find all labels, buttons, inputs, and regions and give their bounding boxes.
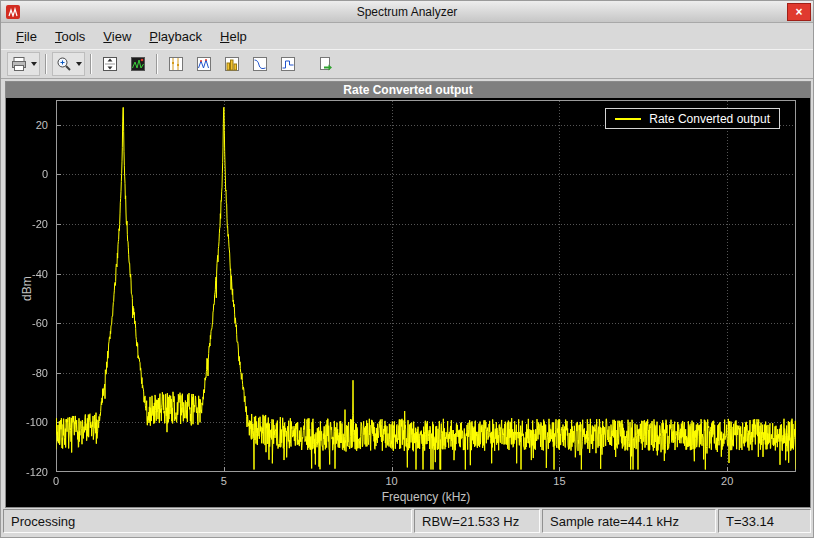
x-tick-label: 20: [707, 475, 747, 487]
window-title: Spectrum Analyzer: [357, 5, 458, 19]
close-button[interactable]: ×: [787, 3, 811, 21]
spectrum-plot-canvas[interactable]: [56, 100, 796, 472]
channel-measurements-icon: [223, 55, 241, 73]
toolbar-separator: [156, 54, 158, 74]
legend-entry-label: Rate Converted output: [649, 112, 770, 126]
dropdown-caret: [31, 62, 37, 66]
cursor-measurements-button[interactable]: [163, 52, 189, 76]
y-tick-label: -100: [12, 416, 48, 428]
spectrum-settings-button[interactable]: [125, 52, 151, 76]
x-tick-label: 15: [539, 475, 579, 487]
spectral-mask-icon: [279, 55, 297, 73]
spectrum-analyzer-window: Spectrum Analyzer × File Tools View Play…: [0, 0, 814, 538]
legend[interactable]: Rate Converted output: [605, 108, 780, 129]
spectrum-settings-icon: [129, 55, 147, 73]
y-tick-label: -20: [12, 218, 48, 230]
distortion-measurements-icon: [251, 55, 269, 73]
spectral-mask-button[interactable]: [275, 52, 301, 76]
print-button[interactable]: [7, 52, 40, 76]
y-tick-label: 0: [12, 168, 48, 180]
y-tick-label: -80: [12, 367, 48, 379]
cursor-measurements-icon: [167, 55, 185, 73]
autoscale-icon: [101, 55, 119, 73]
channel-measurements-button[interactable]: [219, 52, 245, 76]
peak-finder-button[interactable]: [191, 52, 217, 76]
legend-line-sample: [615, 118, 641, 120]
menu-tools[interactable]: Tools: [46, 26, 94, 47]
app-icon: [6, 5, 20, 19]
dropdown-caret: [76, 62, 82, 66]
menu-playback[interactable]: Playback: [140, 26, 211, 47]
plot-title: Rate Converted output: [6, 82, 810, 98]
status-processing: Processing: [3, 509, 412, 533]
peak-finder-icon: [195, 55, 213, 73]
status-rbw: RBW=21.533 Hz: [414, 509, 540, 533]
y-tick-label: 20: [12, 119, 48, 131]
menu-bar: File Tools View Playback Help: [1, 24, 813, 49]
title-bar[interactable]: Spectrum Analyzer ×: [1, 1, 813, 23]
menu-file[interactable]: File: [7, 26, 46, 47]
x-tick-label: 5: [204, 475, 244, 487]
toolbar: [1, 49, 813, 79]
y-tick-label: -60: [12, 317, 48, 329]
zoom-icon: [55, 55, 73, 73]
autoscale-button[interactable]: [97, 52, 123, 76]
distortion-measurements-button[interactable]: [247, 52, 273, 76]
status-sample-rate: Sample rate=44.1 kHz: [542, 509, 716, 533]
status-bar: Processing RBW=21.533 Hz Sample rate=44.…: [3, 509, 811, 533]
y-axis-label: dBm: [20, 276, 34, 301]
y-tick-label: -40: [12, 268, 48, 280]
zoom-button[interactable]: [52, 52, 85, 76]
toolbar-separator: [45, 54, 47, 74]
menu-view[interactable]: View: [94, 26, 140, 47]
step-forward-icon: [317, 55, 335, 73]
toolbar-separator: [90, 54, 92, 74]
x-tick-label: 0: [36, 475, 76, 487]
status-time: T=33.14: [718, 509, 811, 533]
figure-panel: Rate Converted output dBm Frequency (kHz…: [5, 81, 811, 508]
print-icon: [10, 55, 28, 73]
step-forward-button[interactable]: [313, 52, 339, 76]
x-axis-label: Frequency (kHz): [56, 490, 796, 504]
x-tick-label: 10: [372, 475, 412, 487]
menu-help[interactable]: Help: [211, 26, 256, 47]
